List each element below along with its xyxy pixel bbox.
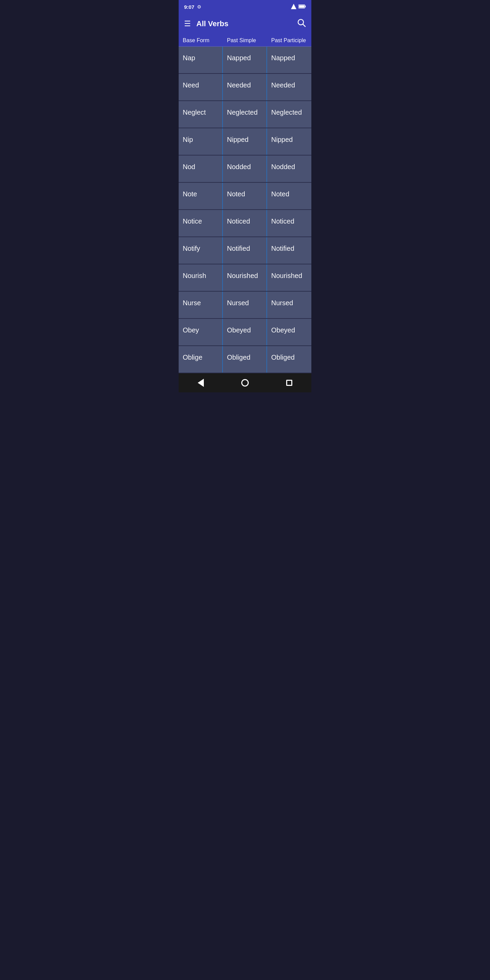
verb-past-participle: Nipped xyxy=(267,128,311,155)
verb-base-form: Nourish xyxy=(179,264,223,291)
table-row[interactable]: NotifyNotifiedNotified xyxy=(179,237,311,264)
status-bar-left: 9:07 ⚙ xyxy=(184,4,202,10)
recent-button[interactable] xyxy=(279,376,299,390)
verb-base-form: Nod xyxy=(179,156,223,182)
verb-past-participle: Nursed xyxy=(267,292,311,318)
verb-base-form: Notify xyxy=(179,237,223,264)
app-title: All Verbs xyxy=(196,19,228,28)
verb-past-participle: Noticed xyxy=(267,210,311,237)
table-row[interactable]: NapNappedNapped xyxy=(179,47,311,74)
back-triangle-icon xyxy=(198,379,204,387)
svg-rect-2 xyxy=(305,5,306,7)
verb-past-simple: Nipped xyxy=(223,128,267,155)
verb-past-participle: Napped xyxy=(267,47,311,73)
verb-past-simple: Nursed xyxy=(223,292,267,318)
signal-icon xyxy=(291,4,296,10)
search-icon[interactable] xyxy=(297,18,306,29)
table-row[interactable]: NurseNursedNursed xyxy=(179,292,311,319)
verb-past-simple: Napped xyxy=(223,47,267,73)
nav-bar xyxy=(179,373,311,392)
verb-past-simple: Noted xyxy=(223,183,267,209)
svg-marker-0 xyxy=(291,4,296,9)
table-row[interactable]: ObeyObeyedObeyed xyxy=(179,319,311,346)
home-circle-icon xyxy=(241,379,249,387)
verb-base-form: Oblige xyxy=(179,346,223,372)
app-bar: ☰ All Verbs xyxy=(179,14,311,34)
hamburger-icon[interactable]: ☰ xyxy=(184,19,191,28)
column-headers: Base Form Past Simple Past Participle xyxy=(179,34,311,47)
verb-past-participle: Obliged xyxy=(267,346,311,372)
table-row[interactable]: NodNoddedNodded xyxy=(179,156,311,183)
verb-past-simple: Nourished xyxy=(223,264,267,291)
status-bar-right xyxy=(291,4,306,10)
verb-past-simple: Notified xyxy=(223,237,267,264)
svg-line-5 xyxy=(303,24,305,27)
verb-base-form: Note xyxy=(179,183,223,209)
table-row[interactable]: NourishNourishedNourished xyxy=(179,264,311,292)
verb-past-participle: Needed xyxy=(267,74,311,100)
app-bar-left: ☰ All Verbs xyxy=(184,19,228,28)
verb-base-form: Need xyxy=(179,74,223,100)
verb-past-participle: Nourished xyxy=(267,264,311,291)
verb-past-simple: Neglected xyxy=(223,101,267,127)
table-row[interactable]: NoteNotedNoted xyxy=(179,183,311,210)
table-row[interactable]: NeglectNeglectedNeglected xyxy=(179,101,311,128)
status-bar: 9:07 ⚙ xyxy=(179,0,311,14)
col-header-past-participle: Past Participle xyxy=(267,37,311,43)
battery-icon xyxy=(298,4,306,10)
col-header-base: Base Form xyxy=(179,37,223,43)
back-button[interactable] xyxy=(191,376,211,390)
verb-base-form: Neglect xyxy=(179,101,223,127)
verb-base-form: Nap xyxy=(179,47,223,73)
svg-rect-3 xyxy=(299,5,305,8)
table-row[interactable]: NipNippedNipped xyxy=(179,128,311,156)
gear-icon: ⚙ xyxy=(197,4,202,10)
verb-past-participle: Noted xyxy=(267,183,311,209)
verb-past-simple: Noticed xyxy=(223,210,267,237)
home-button[interactable] xyxy=(235,376,255,390)
verb-past-simple: Obliged xyxy=(223,346,267,372)
table-row[interactable]: ObligeObligedObliged xyxy=(179,346,311,373)
verb-base-form: Notice xyxy=(179,210,223,237)
verb-past-simple: Obeyed xyxy=(223,319,267,345)
verb-base-form: Nurse xyxy=(179,292,223,318)
verb-base-form: Obey xyxy=(179,319,223,345)
verb-past-simple: Needed xyxy=(223,74,267,100)
verb-past-participle: Neglected xyxy=(267,101,311,127)
status-time: 9:07 xyxy=(184,4,194,10)
verb-past-participle: Nodded xyxy=(267,156,311,182)
verb-past-participle: Obeyed xyxy=(267,319,311,345)
table-row[interactable]: NeedNeededNeeded xyxy=(179,74,311,101)
verb-base-form: Nip xyxy=(179,128,223,155)
table-row[interactable]: NoticeNoticedNoticed xyxy=(179,210,311,237)
verb-table: NapNappedNappedNeedNeededNeededNeglectNe… xyxy=(179,47,311,373)
recent-square-icon xyxy=(286,380,292,386)
verb-past-participle: Notified xyxy=(267,237,311,264)
col-header-past-simple: Past Simple xyxy=(223,37,267,43)
verb-past-simple: Nodded xyxy=(223,156,267,182)
